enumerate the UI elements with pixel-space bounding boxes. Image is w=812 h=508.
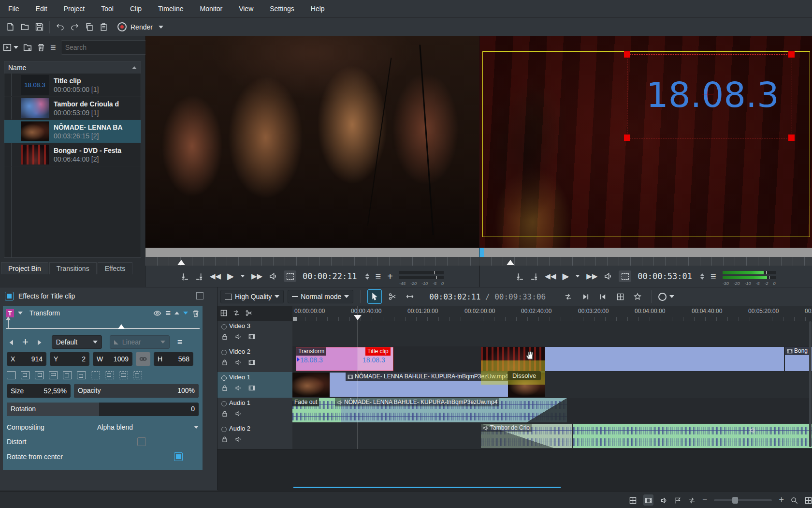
hide-track-icon[interactable] [248,358,255,366]
monitor-menu-button[interactable]: ≡ [376,271,381,282]
effect-menu-button[interactable]: ≡ [165,308,171,318]
tab-effects[interactable]: Effects [98,262,133,274]
mute-track-icon[interactable] [235,358,242,366]
delete-effect-button[interactable] [192,309,200,317]
play-button[interactable]: ▶ [562,271,569,282]
zone-start-marker[interactable] [293,317,297,321]
hide-track-icon[interactable] [248,332,255,340]
preview-quality-select[interactable]: High Quality [220,290,284,303]
preview-render-button[interactable] [658,293,674,301]
edit-mode-select[interactable]: Normal mode [288,290,353,303]
fast-forward-button[interactable]: ▶▶ [586,272,597,281]
rewind-button[interactable]: ◀◀ [545,272,556,281]
original-size-icon[interactable] [133,371,142,379]
menu-file[interactable]: File [0,0,28,17]
keyframe-marker[interactable] [8,319,9,328]
bin-clip-tambor[interactable]: Tambor de Crioula d00:00:53:09 [1] [4,97,141,120]
rotation-slider[interactable]: Rotation0 [7,403,199,416]
bin-clip-bongar[interactable]: Bongar - DVD - Festa00:06:44:00 [2] [4,143,141,166]
show-video-thumbnails-icon[interactable] [643,494,653,506]
keyframe-menu-button[interactable]: ≡ [177,337,183,347]
add-marker-button[interactable]: + [387,271,393,282]
menu-help[interactable]: Help [303,0,333,17]
timecode-spinner[interactable] [365,273,369,280]
open-project-button[interactable] [17,20,32,34]
clip-tambor-audio[interactable]: Tambor de Crio [481,424,572,448]
menu-clip[interactable]: Clip [122,0,150,17]
undo-button[interactable] [53,20,67,34]
lift-zone-icon[interactable] [613,290,627,303]
show-audio-thumbnails-icon[interactable] [660,496,667,504]
clip-audio2-long[interactable] [573,424,812,448]
menu-monitor[interactable]: Monitor [191,0,231,17]
zoom-in-button[interactable]: + [779,495,784,505]
keyframe-position-marker[interactable] [118,324,125,329]
monitor-menu-button[interactable]: ≡ [710,271,716,282]
track-target-toggle[interactable] [221,401,227,406]
mute-track-icon[interactable] [235,435,242,443]
effect-zone-toggle[interactable] [619,270,631,282]
move-effect-down-icon[interactable] [183,312,188,314]
track-lane-video2[interactable]: Transform Title clip 18.08.3 18.08.3 Bon… [292,346,812,373]
height-field[interactable]: H568 [154,352,193,366]
monitor-seek-ruler[interactable] [145,257,479,266]
clip-monitor-timecode[interactable]: 00:00:22:11 [303,271,357,281]
paste-button[interactable] [96,20,111,34]
play-button[interactable]: ▶ [227,271,234,282]
project-zoom-icon[interactable] [805,496,812,504]
clip-monitor-video[interactable] [145,36,479,248]
collapse-effect-chevron[interactable] [18,312,23,314]
automatic-transitions-icon[interactable] [629,496,637,504]
add-keyframe-button[interactable]: + [22,336,29,348]
opacity-slider[interactable]: Opacity100% [74,384,199,398]
fast-forward-button[interactable]: ▶▶ [251,272,262,281]
menu-settings[interactable]: Settings [261,0,303,17]
y-position-field[interactable]: Y2 [50,352,89,366]
lock-track-icon[interactable] [221,435,228,443]
track-header-audio1[interactable]: Audio 1 [218,398,293,424]
effects-enabled-checkbox[interactable] [5,292,14,300]
track-target-toggle[interactable] [221,324,227,329]
lock-track-icon[interactable] [221,358,228,366]
clip-nomade-audio[interactable]: Fade out NÔMADE- LENNA BAHULE- KUPURA-tn… [292,398,567,422]
align-left-icon[interactable] [7,371,16,379]
hide-track-icon[interactable] [248,384,255,391]
search-input[interactable] [61,40,157,55]
menu-view[interactable]: View [231,0,261,17]
create-folder-button[interactable] [23,43,32,52]
lock-track-icon[interactable] [221,409,228,417]
align-center-h-icon[interactable] [21,371,30,379]
track-target-toggle[interactable] [221,375,227,381]
add-clip-button[interactable] [3,43,18,52]
extract-zone-icon[interactable] [596,290,609,303]
track-grid-icon[interactable] [220,309,227,316]
tab-transitions[interactable]: Transitions [49,262,97,274]
tab-project-bin[interactable]: Project Bin [1,262,48,274]
menu-edit[interactable]: Edit [28,0,56,17]
timeline-playhead[interactable] [358,306,358,449]
link-dimensions-button[interactable] [136,352,150,366]
mute-track-icon[interactable] [235,332,242,340]
fit-to-height-icon[interactable] [105,371,114,379]
snap-icon[interactable] [688,496,696,504]
zone-in-button[interactable] [181,272,189,281]
size-field[interactable]: Size52,59% [7,384,71,398]
mix-clips-icon[interactable] [561,290,575,303]
fit-to-width-icon[interactable] [91,371,100,379]
bin-column-header[interactable]: Name [4,61,141,75]
volume-button[interactable] [604,272,612,281]
zoom-slider[interactable] [714,499,772,501]
transform-effect-header[interactable]: T Transform ≡ [3,306,203,320]
selection-tool-button[interactable] [367,289,382,304]
track-target-toggle[interactable] [221,350,227,355]
zoom-out-button[interactable]: − [702,495,708,505]
track-target-toggle[interactable] [221,427,227,432]
keyframe-preset-select[interactable]: Default [52,335,102,349]
track-cut-icon[interactable] [246,309,252,316]
track-header-video2[interactable]: Video 2 [218,346,293,373]
show-markers-icon[interactable] [674,496,682,504]
lock-track-icon[interactable] [221,332,228,340]
track-lane-audio1[interactable]: Fade out NÔMADE- LENNA BAHULE- KUPURA-tn… [292,398,812,424]
timeline-scrollbar[interactable] [293,487,561,488]
track-lane-video1[interactable]: NÔMADE- LENNA BAHULE- KUPURA-tnBqmP3ezUw… [292,372,812,398]
